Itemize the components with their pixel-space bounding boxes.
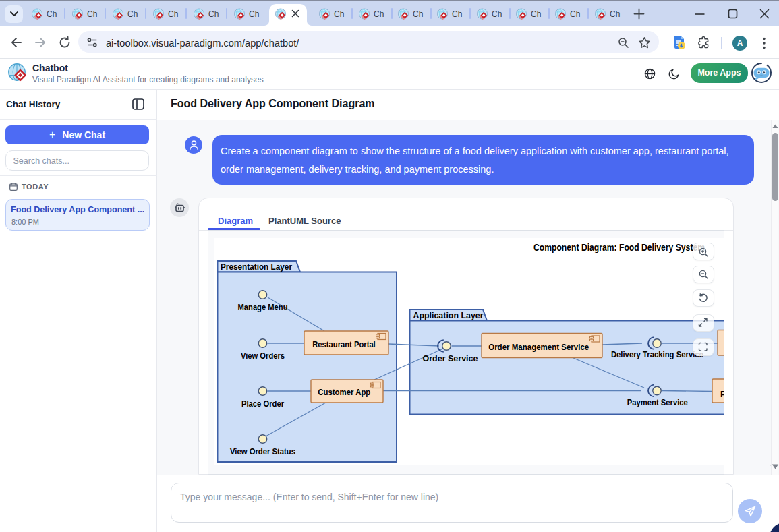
svg-text:Order Management Service: Order Management Service [488, 343, 589, 352]
svg-text:Component Diagram: Food Delive: Component Diagram: Food Delivery System [533, 243, 705, 253]
svg-text:Payment Gateway: Payment Gateway [720, 390, 724, 399]
svg-text:Customer App: Customer App [318, 388, 370, 397]
svg-text:Restaurant Portal: Restaurant Portal [312, 340, 376, 349]
svg-text:Payment Service: Payment Service [627, 398, 687, 407]
svg-text:Order Service: Order Service [422, 354, 478, 363]
svg-text:View Order Status: View Order Status [230, 447, 295, 456]
svg-text:Place Order: Place Order [241, 399, 284, 409]
svg-text:Presentation Layer: Presentation Layer [221, 262, 292, 272]
svg-text:View Orders: View Orders [241, 351, 285, 361]
svg-text:Delivery Tracking Service: Delivery Tracking Service [610, 350, 703, 359]
svg-text:Application Layer: Application Layer [413, 311, 483, 320]
svg-text:Manage Menu: Manage Menu [237, 303, 287, 312]
